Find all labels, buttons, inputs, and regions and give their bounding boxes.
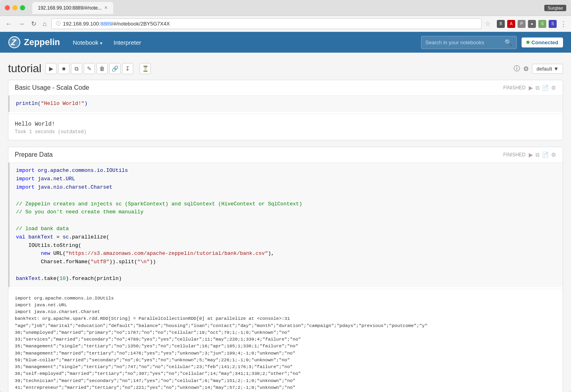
search-area: 🔍 Connected (421, 36, 563, 49)
home-button[interactable]: ⌂ (41, 20, 48, 28)
clear-button[interactable]: 🗑 (96, 63, 108, 74)
search-box: 🔍 (421, 36, 517, 49)
info-icon: ⓘ (56, 20, 61, 27)
cell-2-settings-icon[interactable]: ⚙ (551, 152, 556, 158)
cell-2-output-row9: 41;"entrepreneur";"married";"tertiary";"… (15, 384, 556, 391)
reload-button[interactable]: ↻ (30, 19, 38, 28)
cell-2-view-icon[interactable]: 📄 (542, 152, 549, 158)
cell-1-settings-icon[interactable]: ⚙ (551, 85, 556, 91)
cell-2-output-row5: 59;"blue-collar";"married";"secondary";"… (15, 357, 556, 363)
run-all-button[interactable]: ▶ (45, 63, 57, 74)
cell-2-header: Prepare Data FINISHED ▶ ⧉ 📄 ⚙ (8, 147, 563, 163)
forward-button[interactable]: → (17, 20, 26, 28)
ext-icon-4[interactable]: ● (528, 20, 536, 28)
cell-2-output: import org.apache.commons.io.IOUtils imp… (8, 291, 563, 392)
search-input[interactable] (425, 39, 501, 45)
settings-icon[interactable]: ⚙ (523, 65, 529, 73)
cell-2-actions: ▶ ⧉ 📄 ⚙ (529, 152, 556, 158)
cell-2-output-import2: import java.net.URL (15, 301, 556, 308)
code-line-import3: import java.nio.charset.Charset (16, 183, 556, 192)
cell-1-code[interactable]: println("Hello World!") (8, 96, 563, 112)
code-line-comment1: // Zeppelin creates and injects sc (Spar… (16, 200, 556, 209)
svg-point-0 (9, 37, 20, 48)
notebook-title: tutorial (8, 62, 41, 75)
back-button[interactable]: ← (4, 20, 14, 28)
cell-2-output-row3: 35;"management";"single";"tertiary";"no"… (15, 343, 556, 349)
tab-close-icon[interactable]: ✕ (104, 5, 108, 10)
ext-icon-3[interactable]: P (518, 20, 526, 28)
notebook-toolbar: tutorial ▶ ■ ⧉ ✎ 🗑 🔗 ↧ ⏳ ⓘ ⚙ default ▼ (8, 59, 563, 80)
nav-notebook[interactable]: Notebook ▾ (68, 37, 107, 48)
code-line-comment2: // So you don't need create them manuall… (16, 208, 556, 217)
tab-title: 192.168.99.100:8889/#/note... (38, 5, 102, 11)
star-icon[interactable]: ☆ (485, 20, 490, 28)
code-line-import1: import org.apache.commons.io.IOUtils (16, 167, 556, 175)
cell-2-status-area: FINISHED ▶ ⧉ 📄 ⚙ (503, 152, 556, 158)
code-line-1: println( (16, 100, 41, 106)
code-line-comment3: // load bank data (16, 225, 556, 233)
cell-2-output-row4: 30;"management";"married";"tertiary";"no… (15, 350, 556, 357)
zeppelin-logo-icon (8, 36, 21, 49)
cell-2-output-import3: import java.nio.charset.Charset (15, 308, 556, 315)
cell-1-divider (8, 114, 563, 114)
stop-button[interactable]: ■ (58, 63, 69, 74)
export-button[interactable]: ↧ (122, 63, 133, 74)
cell-2-run-icon[interactable]: ▶ (529, 152, 533, 158)
address-bar: ← → ↻ ⌂ ⓘ 192.168.99.100:8889/#/notebook… (0, 16, 571, 32)
active-tab[interactable]: 192.168.99.100:8889/#/note... ✕ (32, 2, 113, 14)
edit-button[interactable]: ✎ (84, 63, 95, 74)
cell-2-code[interactable]: import org.apache.commons.io.IOUtils imp… (8, 163, 563, 287)
browser-window: 192.168.99.100:8889/#/note... ✕ Surgtae … (0, 0, 571, 392)
minimize-button[interactable] (12, 5, 18, 10)
bookmark-icons: B A P ● S S (497, 20, 557, 28)
cell-1-expand-icon[interactable]: ⧉ (536, 85, 539, 91)
help-icon[interactable]: ⓘ (514, 65, 520, 73)
cell-1-status: FINISHED (503, 85, 526, 91)
cell-2-output-row2: 33;"services";"married";"secondary";"no"… (15, 336, 556, 343)
cell-2-output-row1: 30;"unemployed";"married";"primary";"no"… (15, 329, 556, 336)
code-line-take: bankText.take(10).foreach(println) (16, 275, 556, 283)
code-line-charset: Charset.forName("utf8")).split("\n")) (16, 258, 556, 266)
cell-2-output-row8: 39;"technician";"married";"secondary";"n… (15, 377, 556, 384)
code-line-import2: import java.net.URL (16, 175, 556, 183)
cell-2-expand-icon[interactable]: ⧉ (536, 152, 539, 158)
cell-1-actions: ▶ ⧉ 📄 ⚙ (529, 85, 556, 91)
connected-badge: Connected (522, 37, 563, 47)
ext-icon-6[interactable]: S (549, 20, 557, 28)
tab-bar: 192.168.99.100:8889/#/note... ✕ (32, 2, 541, 14)
ext-icon-2[interactable]: A (507, 20, 515, 28)
cell-2: Prepare Data FINISHED ▶ ⧉ 📄 ⚙ import org… (8, 147, 563, 392)
cell-2-output-row7: 36;"self-employed";"married";"tertiary";… (15, 370, 556, 377)
cell-1-output: Hello World! Took 1 seconds (outdated) (8, 116, 563, 140)
connected-label: Connected (532, 39, 558, 45)
ext-icon-1[interactable]: B (497, 20, 505, 28)
search-icon[interactable]: 🔍 (504, 39, 512, 46)
cell-1-output-text: Hello World! (15, 120, 556, 128)
cell-2-output-row0: "age";"job";"marital";"education";"defau… (15, 322, 556, 329)
logo-text: Zeppelin (24, 37, 60, 47)
surgtae-label: Surgtae (544, 5, 566, 11)
schedule-button[interactable]: ⏳ (140, 63, 151, 74)
cell-2-status: FINISHED (503, 152, 526, 158)
cell-1-run-icon[interactable]: ▶ (529, 85, 533, 91)
clone-button[interactable]: 🔗 (109, 63, 120, 74)
ext-icon-5[interactable]: S (538, 20, 546, 28)
code-line-ioutils: IOUtils.toString( (16, 242, 556, 250)
nav-interpreter[interactable]: Interpreter (109, 37, 146, 48)
menu-icon[interactable]: ⋮ (560, 20, 567, 28)
logo-area: Zeppelin (8, 36, 60, 49)
toolbar-right: ⓘ ⚙ default ▼ (514, 64, 563, 74)
cell-1-output-meta: Took 1 seconds (outdated) (15, 128, 556, 136)
cell-1-header: Basic Usage - Scala Code FINISHED ▶ ⧉ 📄 … (8, 80, 563, 96)
cell-1-title: Basic Usage - Scala Code (15, 84, 89, 91)
code-line-val: val bankText = sc.parallelize( (16, 233, 556, 242)
address-input[interactable]: ⓘ 192.168.99.100:8889/#/notebook/2BY5G7X… (51, 18, 482, 29)
cell-2-output-row6: 35;"management";"single";"tertiary";"no"… (15, 363, 556, 370)
app-header: Zeppelin Notebook ▾ Interpreter 🔍 Connec… (0, 32, 571, 53)
connected-dot-icon (526, 41, 530, 44)
maximize-button[interactable] (20, 5, 25, 10)
paragraph-button[interactable]: ⧉ (71, 63, 82, 74)
cell-1-view-icon[interactable]: 📄 (542, 85, 549, 91)
close-button[interactable] (5, 5, 10, 10)
user-dropdown[interactable]: default ▼ (532, 64, 563, 74)
